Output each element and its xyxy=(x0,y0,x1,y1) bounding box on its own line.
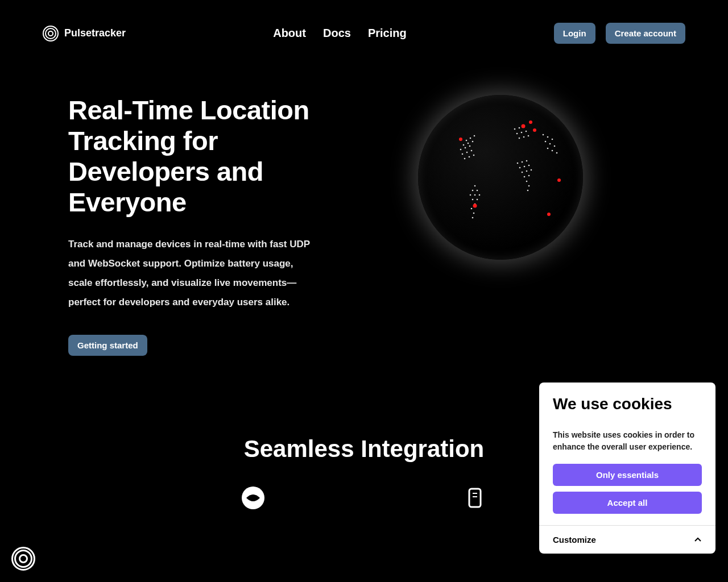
svg-point-27 xyxy=(514,128,516,130)
svg-point-33 xyxy=(519,138,520,139)
hero-section: Real-Time Location Tracking for Develope… xyxy=(0,66,728,424)
svg-point-4 xyxy=(468,143,469,144)
svg-point-26 xyxy=(472,217,474,219)
hero-visual xyxy=(341,95,660,260)
svg-point-36 xyxy=(517,163,519,164)
header: Pulsetracker About Docs Pricing Login Cr… xyxy=(0,0,728,66)
svg-point-63 xyxy=(473,204,477,208)
svg-point-55 xyxy=(554,146,556,147)
svg-point-11 xyxy=(471,150,473,152)
svg-point-2 xyxy=(474,135,475,137)
svg-point-24 xyxy=(471,208,473,210)
svg-point-52 xyxy=(552,139,553,140)
svg-point-6 xyxy=(460,149,462,151)
svg-point-21 xyxy=(470,194,471,196)
cookie-accept-all-button[interactable]: Accept all xyxy=(553,492,702,514)
login-button[interactable]: Login xyxy=(554,23,595,44)
svg-point-20 xyxy=(477,199,478,201)
svg-point-30 xyxy=(516,133,518,135)
pulsetracker-badge-icon xyxy=(11,547,35,571)
svg-point-47 xyxy=(526,181,528,182)
svg-point-45 xyxy=(524,176,526,178)
brand-name: Pulsetracker xyxy=(64,27,126,39)
cookie-only-essentials-button[interactable]: Only essentials xyxy=(553,464,702,486)
getting-started-button[interactable]: Getting started xyxy=(68,335,147,356)
svg-point-64 xyxy=(557,178,561,182)
svg-point-65 xyxy=(547,213,551,216)
pulsetracker-logo-icon xyxy=(43,26,59,41)
svg-point-0 xyxy=(466,140,468,142)
svg-point-60 xyxy=(529,120,532,124)
svg-point-32 xyxy=(526,131,527,132)
svg-point-42 xyxy=(522,172,523,173)
cookie-customize-toggle[interactable]: Customize xyxy=(539,525,715,554)
globe-icon xyxy=(418,95,583,260)
logo-group[interactable]: Pulsetracker xyxy=(43,26,126,41)
cookie-title: We use cookies xyxy=(553,395,702,413)
svg-point-58 xyxy=(556,152,558,154)
svg-point-13 xyxy=(469,156,470,158)
svg-point-40 xyxy=(524,166,526,168)
auth-buttons: Login Create account xyxy=(554,23,685,44)
svg-point-54 xyxy=(549,143,551,145)
chevron-up-icon xyxy=(694,536,702,544)
cookie-consent-panel: We use cookies This website uses cookies… xyxy=(539,383,715,554)
svg-point-28 xyxy=(519,127,520,129)
nav-pricing[interactable]: Pricing xyxy=(368,27,407,40)
bottom-left-badge[interactable] xyxy=(11,547,35,571)
svg-point-51 xyxy=(547,136,549,138)
svg-point-37 xyxy=(522,161,523,163)
svg-point-34 xyxy=(523,136,525,138)
svg-point-41 xyxy=(528,165,530,167)
svg-point-49 xyxy=(527,190,529,192)
svg-point-53 xyxy=(545,141,547,143)
svg-point-31 xyxy=(521,132,523,134)
hero-copy: Real-Time Location Tracking for Develope… xyxy=(68,95,318,356)
svg-point-59 xyxy=(522,124,526,128)
svg-point-25 xyxy=(473,213,475,214)
svg-point-19 xyxy=(474,194,476,196)
create-account-button[interactable]: Create account xyxy=(606,23,685,44)
svg-point-39 xyxy=(519,167,521,169)
svg-point-43 xyxy=(526,171,528,172)
cookie-text: This website uses cookies in order to en… xyxy=(553,429,702,452)
svg-point-50 xyxy=(543,134,544,136)
svg-point-7 xyxy=(465,147,466,149)
svg-point-22 xyxy=(472,199,474,201)
svg-point-35 xyxy=(528,135,530,137)
svg-point-16 xyxy=(477,190,478,192)
svg-point-1 xyxy=(470,138,471,139)
svg-point-12 xyxy=(464,158,466,160)
svg-point-44 xyxy=(531,169,532,171)
svg-point-62 xyxy=(459,138,462,141)
integration-icon-2 xyxy=(462,485,487,510)
cookie-customize-label: Customize xyxy=(553,535,596,544)
svg-point-5 xyxy=(472,141,474,143)
svg-point-10 xyxy=(466,152,468,153)
svg-point-14 xyxy=(473,155,475,156)
svg-point-8 xyxy=(469,146,471,147)
svg-rect-67 xyxy=(469,489,481,507)
svg-point-15 xyxy=(474,185,476,187)
svg-point-61 xyxy=(533,128,536,132)
svg-point-18 xyxy=(472,190,474,192)
hero-subtitle: Track and manage devices in real-time wi… xyxy=(68,235,318,312)
svg-point-3 xyxy=(463,144,465,146)
svg-point-17 xyxy=(479,194,481,196)
hero-title: Real-Time Location Tracking for Develope… xyxy=(68,95,318,218)
nav-docs[interactable]: Docs xyxy=(323,27,351,40)
integration-icon-1 xyxy=(241,485,266,510)
svg-point-46 xyxy=(528,175,530,177)
svg-point-38 xyxy=(526,160,528,162)
svg-point-57 xyxy=(552,150,553,152)
nav-about[interactable]: About xyxy=(273,27,306,40)
svg-point-56 xyxy=(547,148,549,149)
main-nav: About Docs Pricing xyxy=(273,27,406,40)
svg-point-9 xyxy=(462,153,464,155)
svg-point-48 xyxy=(528,185,530,187)
